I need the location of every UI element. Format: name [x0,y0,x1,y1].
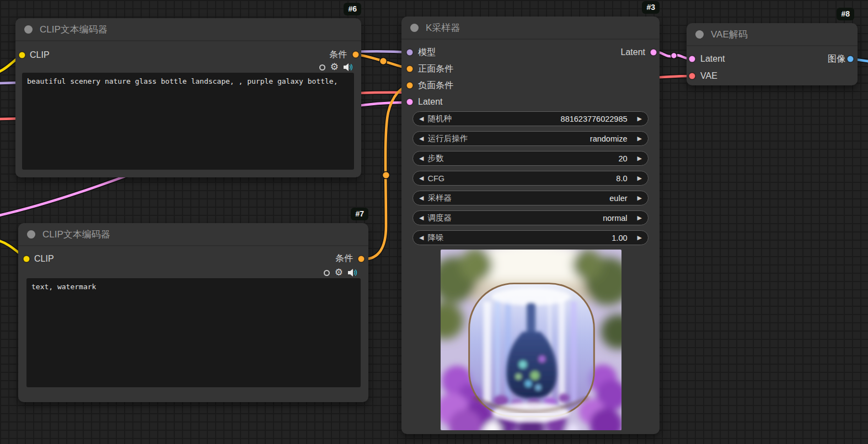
widget-sampler-name[interactable]: ◀ 采样器 euler ▶ [412,191,649,205]
node-header[interactable]: K采样器 [401,17,660,40]
node-title: K采样器 [426,21,460,34]
increment-arrow-icon[interactable]: ▶ [637,151,642,166]
widget-value[interactable]: 20 [618,154,627,163]
link-midpoint-dot[interactable] [383,172,390,179]
increment-arrow-icon[interactable]: ▶ [637,230,642,245]
circle-toggle-icon[interactable] [324,270,330,276]
node-title: CLIP文本编码器 [40,23,108,36]
widget-cfg[interactable]: ◀ CFG 8.0 ▶ [412,171,649,186]
widget-icon-row: ⚙ [324,268,357,277]
output-slot-label-conditioning: 条件 [329,49,347,60]
widget-label: 采样器 [427,193,452,203]
widget-value[interactable]: 1.00 [612,234,627,242]
node-ksampler[interactable]: #3 K采样器 模型 正面条件 负面条件 Latent Latent ◀ 随机种… [401,17,660,434]
decrement-arrow-icon[interactable]: ◀ [419,171,424,186]
input-slot-label-latent: Latent [700,53,725,64]
increment-arrow-icon[interactable]: ▶ [637,191,642,205]
collapse-dot-icon[interactable] [695,30,704,39]
decrement-arrow-icon[interactable]: ◀ [419,210,424,225]
increment-arrow-icon[interactable]: ▶ [637,210,642,225]
gear-icon[interactable]: ⚙ [335,268,343,277]
output-slot-label-image: 图像 [828,53,845,64]
increment-arrow-icon[interactable]: ▶ [637,171,642,186]
widget-seed[interactable]: ◀ 随机种 881623776022985 ▶ [412,111,649,126]
decrement-arrow-icon[interactable]: ◀ [419,131,424,146]
widget-label: 步数 [427,153,443,164]
widget-value[interactable]: euler [609,194,627,203]
input-slot-label-latent: Latent [418,96,442,107]
widget-scheduler[interactable]: ◀ 调度器 normal ▶ [412,210,649,225]
prompt-textarea[interactable]: text, watermark [26,278,361,387]
output-slot-label-latent: Latent [621,47,645,58]
widget-control-after-generate[interactable]: ◀ 运行后操作 randomize ▶ [412,131,649,146]
node-id-badge: #3 [642,1,660,14]
increment-arrow-icon[interactable]: ▶ [637,111,642,126]
node-id-badge: #7 [351,208,368,220]
link-midpoint-dot[interactable] [671,53,677,59]
circle-toggle-icon[interactable] [319,64,325,71]
prompt-textarea[interactable]: beautiful scenery nature glass bottle la… [22,73,354,170]
input-slot-label-model: 模型 [418,47,436,58]
node-vae-decode[interactable]: #8 VAE解码 Latent VAE 图像 [687,23,858,85]
decrement-arrow-icon[interactable]: ◀ [419,111,424,126]
node-id-badge: #8 [837,8,854,20]
widget-icon-row: ⚙ [319,63,353,72]
widget-denoise[interactable]: ◀ 降噪 1.00 ▶ [412,230,649,245]
decrement-arrow-icon[interactable]: ◀ [419,191,424,205]
preview-image [441,250,621,430]
node-header[interactable]: CLIP文本编码器 [15,18,361,41]
decrement-arrow-icon[interactable]: ◀ [419,151,424,166]
comfyui-canvas[interactable]: { "colors": { "clip": "#f6d500", "condit… [0,0,868,444]
input-slot-label-vae: VAE [700,71,717,82]
input-slot-label-clip: CLIP [30,50,50,61]
node-id-badge: #6 [344,3,361,15]
input-slot-label-clip: CLIP [34,253,54,264]
link-midpoint-dot[interactable] [380,58,387,65]
speaker-icon[interactable] [348,269,357,277]
output-slot-label-conditioning: 条件 [335,253,353,264]
node-title: VAE解码 [711,28,748,41]
widget-value[interactable]: randomize [590,134,628,143]
node-clip-text-encode-negative[interactable]: #7 CLIP文本编码器 CLIP 条件 ⚙ text, watermark [18,223,368,402]
node-header[interactable]: VAE解码 [687,23,858,46]
speaker-icon[interactable] [344,63,353,71]
widget-steps[interactable]: ◀ 步数 20 ▶ [412,151,649,166]
widget-label: 调度器 [427,213,452,223]
widget-label: 降噪 [427,232,443,243]
gear-icon[interactable]: ⚙ [330,63,339,72]
widget-label: 运行后操作 [427,133,468,144]
node-clip-text-encode-positive[interactable]: #6 CLIP文本编码器 CLIP 条件 ⚙ beautiful scenery… [15,18,361,177]
widget-label: CFG [427,174,444,183]
collapse-dot-icon[interactable] [410,24,419,32]
widget-value[interactable]: 881623776022985 [561,115,628,123]
node-header[interactable]: CLIP文本编码器 [18,223,368,246]
decrement-arrow-icon[interactable]: ◀ [419,230,424,245]
input-slot-label-negative: 负面条件 [418,80,453,91]
input-slot-label-positive: 正面条件 [418,63,453,74]
widget-value[interactable]: 8.0 [616,174,627,183]
increment-arrow-icon[interactable]: ▶ [637,131,642,146]
widget-value[interactable]: normal [603,214,627,223]
node-title: CLIP文本编码器 [42,228,110,241]
collapse-dot-icon[interactable] [27,230,35,239]
collapse-dot-icon[interactable] [24,25,33,34]
widget-label: 随机种 [427,113,452,124]
